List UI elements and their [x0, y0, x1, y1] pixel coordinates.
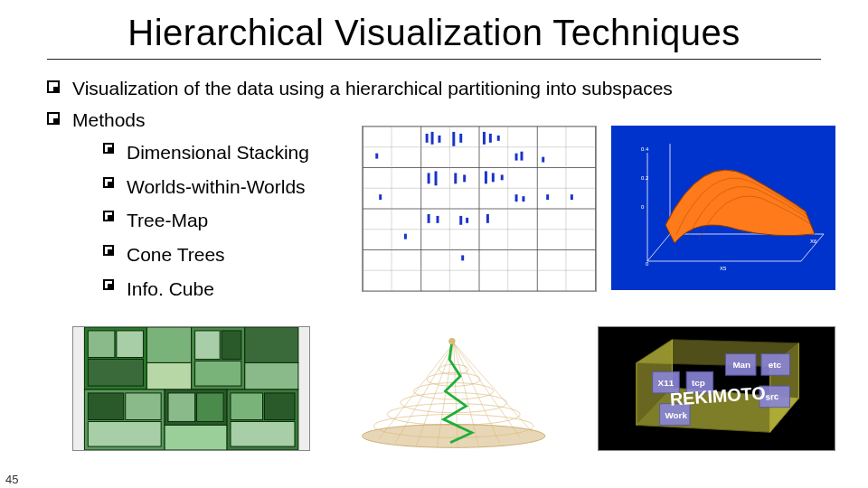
svg-rect-70 — [88, 331, 115, 358]
svg-rect-68 — [165, 425, 227, 450]
cube-label: X11 — [657, 378, 674, 388]
svg-rect-81 — [231, 421, 295, 446]
svg-text:X6: X6 — [810, 239, 817, 244]
svg-rect-21 — [439, 136, 441, 143]
svg-rect-48 — [404, 234, 407, 239]
svg-rect-38 — [379, 194, 382, 200]
sub-bullet-text: Info. Cube — [127, 273, 214, 305]
cube-label: Man — [732, 360, 750, 370]
cube-label: etc — [769, 360, 782, 370]
svg-rect-37 — [375, 154, 378, 159]
svg-rect-61 — [146, 327, 191, 362]
svg-rect-49 — [461, 256, 464, 261]
sub-bullet-text: Worlds-within-Worlds — [127, 171, 306, 203]
svg-rect-40 — [459, 216, 462, 225]
sub-bullet-text: Dimensional Stacking — [127, 136, 309, 169]
sub-bullet-item: Info. Cube — [103, 273, 349, 305]
svg-rect-44 — [515, 194, 518, 202]
svg-rect-71 — [117, 331, 144, 358]
figure-infocube: Man etc X11 tcp src Work REKIMOTO — [598, 326, 835, 451]
sub-bullet-text: Cone Trees — [127, 239, 225, 271]
svg-point-100 — [448, 338, 455, 344]
svg-rect-79 — [231, 393, 262, 420]
sub-bullet-item: Cone Trees — [103, 239, 349, 271]
svg-rect-30 — [463, 175, 466, 183]
sub-bullet-item: Worlds-within-Worlds — [103, 171, 349, 203]
svg-rect-41 — [466, 218, 468, 223]
svg-rect-43 — [521, 152, 524, 161]
svg-rect-36 — [486, 214, 489, 223]
svg-rect-72 — [88, 359, 143, 386]
svg-rect-33 — [501, 175, 504, 181]
title-underline — [47, 59, 821, 60]
sub-bullet-text: Tree-Map — [127, 204, 208, 237]
bullet-square-icon — [103, 279, 114, 290]
cube-label: src — [765, 391, 779, 402]
svg-rect-76 — [88, 393, 123, 420]
figure-dimensional-stacking — [362, 126, 597, 292]
svg-rect-46 — [546, 194, 549, 200]
figure-tree-map — [72, 326, 310, 451]
bullet-square-icon — [103, 177, 114, 188]
bullet-square-icon — [103, 143, 114, 154]
svg-rect-20 — [431, 132, 434, 145]
bullet-square-icon — [103, 211, 114, 221]
svg-rect-82 — [168, 393, 195, 422]
sub-bullet-item: Dimensional Stacking — [103, 136, 349, 169]
bullet-square-icon — [103, 245, 114, 256]
svg-text:X5: X5 — [720, 266, 727, 271]
svg-line-99 — [454, 343, 533, 432]
svg-rect-39 — [542, 157, 544, 163]
svg-line-98 — [454, 343, 521, 437]
svg-rect-65 — [245, 362, 298, 389]
svg-rect-23 — [459, 134, 462, 143]
sub-bullet-item: Tree-Map — [103, 204, 349, 237]
svg-rect-62 — [146, 362, 191, 389]
right-figures: 0.40.20 0X5X6 — [349, 136, 835, 306]
figure-worlds-within-worlds: 0.40.20 0X5X6 — [611, 126, 835, 290]
sub-bullets: Dimensional Stacking Worlds-within-World… — [33, 136, 349, 306]
svg-rect-29 — [454, 174, 457, 184]
bullet-text: Methods — [72, 106, 146, 136]
svg-rect-42 — [515, 154, 518, 161]
svg-rect-83 — [197, 393, 224, 422]
svg-rect-28 — [435, 172, 438, 186]
svg-rect-24 — [483, 132, 486, 145]
svg-text:0.4: 0.4 — [641, 146, 649, 152]
svg-rect-35 — [437, 216, 439, 223]
svg-rect-47 — [571, 194, 573, 200]
svg-rect-27 — [428, 174, 430, 184]
slide-title: Hierarchical Visualization Techniques — [0, 0, 868, 57]
bullet-item: Visualization of the data using a hierar… — [47, 74, 835, 104]
bottom-figures-row: Man etc X11 tcp src Work REKIMOTO — [72, 316, 835, 461]
svg-text:0.2: 0.2 — [641, 175, 649, 181]
svg-rect-31 — [485, 172, 487, 184]
svg-rect-45 — [522, 196, 524, 202]
svg-rect-22 — [452, 132, 455, 146]
svg-rect-25 — [489, 134, 492, 143]
bullet-text: Visualization of the data using a hierar… — [72, 74, 673, 104]
cube-label: Work — [665, 410, 687, 420]
svg-rect-78 — [88, 421, 161, 446]
bullet-square-icon — [47, 112, 60, 125]
page-number: 45 — [5, 473, 18, 486]
svg-rect-73 — [195, 331, 221, 360]
svg-rect-75 — [195, 361, 241, 386]
bullet-square-icon — [47, 80, 60, 93]
svg-point-84 — [363, 425, 545, 448]
svg-rect-64 — [245, 327, 298, 362]
svg-rect-74 — [222, 331, 241, 360]
svg-rect-80 — [264, 393, 295, 420]
svg-rect-34 — [428, 214, 430, 223]
svg-rect-32 — [492, 174, 495, 183]
svg-rect-19 — [426, 134, 429, 143]
svg-rect-77 — [126, 393, 161, 420]
figure-cone-tree — [326, 326, 580, 451]
svg-rect-26 — [497, 136, 500, 141]
